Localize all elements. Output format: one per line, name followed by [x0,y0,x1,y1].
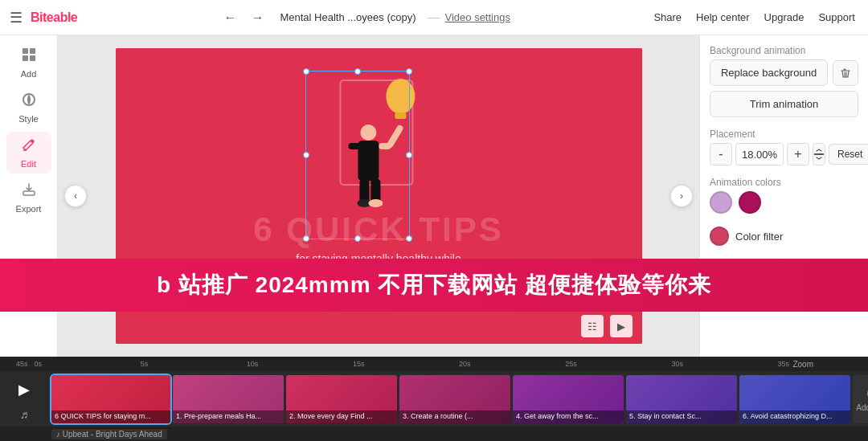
ruler-35s: 35s [778,360,790,368]
placement-value-input[interactable] [735,143,784,165]
timeline-scenes: 6 QUICK TIPS for staying m... 1. Pre-pre… [48,371,868,427]
placement-minus-button[interactable]: - [710,143,732,165]
scene-3-label: 2. Move every day Find ... [286,410,397,423]
placement-align-icon[interactable] [813,143,825,165]
timeline-scene-6[interactable]: 5. Stay in contact Sc... [626,375,737,423]
ruler-25s: 25s [565,360,577,368]
right-panel: Background animation Replace background … [699,35,868,357]
sidebar-add-label: Add [21,69,37,79]
svg-line-14 [390,129,399,145]
support-button[interactable]: Support [818,11,855,23]
animation-colors-section: Animation colors [710,177,858,214]
scene-7-label: 6. Avoid catastrophizing D... [739,410,850,423]
project-title: Mental Health ...oyees (copy) [280,11,416,23]
svg-rect-12 [348,143,360,149]
canvas-play-icon[interactable]: ▶ [610,315,633,337]
placement-plus-button[interactable]: + [787,143,809,165]
placement-controls: - + Reset [710,143,858,165]
svg-rect-1 [30,48,35,54]
scene-subtitle: for staying mentally healthy while worki… [168,251,589,284]
svg-rect-19 [814,153,824,155]
play-button[interactable]: ▶ [11,377,37,402]
add-scene-button[interactable]: Add scene [853,375,868,423]
scene-4-label: 3. Create a routine (... [399,410,510,423]
audio-button[interactable]: ♬ [20,408,29,421]
timeline-scene-1[interactable]: 6 QUICK TIPS for staying m... [51,375,170,423]
redo-button[interactable]: → [246,7,268,28]
animation-colors-row [710,191,858,214]
video-settings-link[interactable]: Video settings [445,11,510,23]
animation-color-1[interactable] [710,191,732,214]
svg-rect-0 [23,48,28,54]
svg-point-18 [368,199,383,207]
delete-background-button[interactable] [833,60,858,86]
placement-section: Placement - + Reset [710,129,858,165]
main-area: Add Style Edit Export ‹ [0,35,868,357]
scene-5-label: 4. Get away from the sc... [513,410,624,423]
timeline-scene-2[interactable]: 1. Pre-prepare meals Ha... [173,375,284,423]
sidebar-export-label: Export [16,204,42,214]
scene-background: 6 QUICK TIPS for staying mentally health… [116,48,642,344]
color-filter-row: Color filter [710,227,858,246]
sidebar-item-edit[interactable]: Edit [6,132,51,174]
replace-background-button[interactable]: Replace background [710,59,828,86]
timeline-area: 45s 0s 5s 10s 15s 20s 25s 30s 35s Zoom ▶… [0,357,868,441]
timeline-scene-7[interactable]: 6. Avoid catastrophizing D... [739,375,850,423]
nav-center: ← → Mental Health ...oyees (copy) — Vide… [88,7,641,28]
svg-point-10 [360,125,376,141]
ruler-15s: 15s [353,360,365,368]
canvas-prev-button[interactable]: ‹ [64,185,87,207]
color-filter-swatch[interactable] [710,227,729,246]
audio-track: ♪ Upbeat - Bright Days Ahead [0,427,868,441]
menu-icon[interactable]: ☰ [10,9,23,27]
sidebar-style-label: Style [18,114,38,124]
placement-title: Placement [710,129,858,140]
edit-icon [21,137,37,157]
background-color-swatch[interactable] [710,259,729,278]
align-icon [813,149,825,160]
handle-middle-left[interactable] [303,152,309,158]
svg-rect-3 [30,55,35,61]
scene-6-label: 5. Stay in contact Sc... [626,410,737,423]
background-animation-title: Background animation [710,45,858,56]
handle-top-left[interactable] [303,68,309,75]
background-color-label: Background color [735,263,817,275]
svg-point-8 [386,79,415,114]
canvas-next-button[interactable]: › [670,185,693,207]
sidebar-item-style[interactable]: Style [6,87,51,129]
audio-track-label: ♪ Upbeat - Bright Days Ahead [51,429,167,439]
top-navigation: ☰ Biteable ← → Mental Health ...oyees (c… [0,0,868,35]
timeline-scene-3[interactable]: 2. Move every day Find ... [286,375,397,423]
add-scene-label: Add scene [856,403,868,412]
ruler-20s: 20s [459,360,471,368]
canvas-area: ‹ [58,35,699,357]
timeline-scene-4[interactable]: 3. Create a routine (... [399,375,510,423]
animation-colors-title: Animation colors [710,177,858,188]
help-center-button[interactable]: Help center [696,11,749,23]
zoom-label: Zoom [792,360,813,369]
grid-icon[interactable]: ☷ [581,315,604,337]
animation-color-2[interactable] [739,191,761,214]
svg-rect-9 [395,112,406,119]
scene-2-label: 1. Pre-prepare meals Ha... [173,410,284,423]
svg-rect-6 [23,191,35,195]
title-divider: — [428,10,440,25]
sidebar-item-export[interactable]: Export [6,177,51,218]
background-color-row: Background color [710,259,858,278]
placement-reset-button[interactable]: Reset [829,144,868,165]
undo-button[interactable]: ← [219,7,241,28]
ruler-30s: 30s [671,360,683,368]
sidebar-item-add[interactable]: Add [6,42,51,84]
biteable-logo: Biteable [31,10,77,25]
export-icon [21,182,37,202]
timeline-scene-5[interactable]: 4. Get away from the sc... [513,375,624,423]
ruler-0s: 0s [35,360,43,368]
upgrade-button[interactable]: Upgrade [764,11,805,23]
color-filter-label: Color filter [735,231,783,243]
style-icon [21,92,37,112]
character-illustration [324,72,428,233]
share-button[interactable]: Share [653,11,682,23]
scene-1-label: 6 QUICK TIPS for staying m... [51,410,170,423]
scene-main-title: 6 QUICK TIPS [168,210,589,249]
trim-animation-button[interactable]: Trim animation [710,91,858,117]
